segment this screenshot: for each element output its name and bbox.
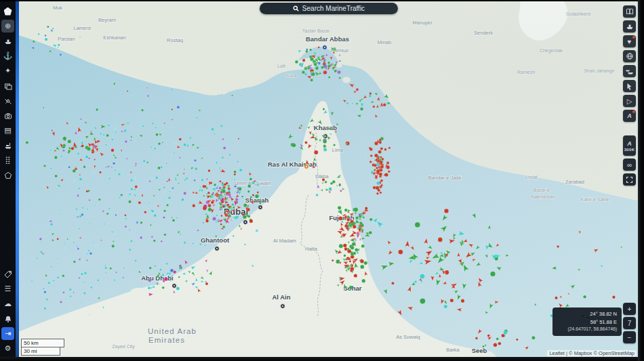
nav-notifications-bell-icon[interactable] bbox=[1, 312, 14, 325]
vessel-marker[interactable] bbox=[256, 230, 258, 232]
vessel-marker[interactable] bbox=[314, 63, 317, 66]
vessel-marker[interactable] bbox=[129, 249, 131, 251]
vessel-marker[interactable] bbox=[334, 144, 336, 146]
vessel-marker[interactable] bbox=[87, 147, 90, 150]
vessel-marker[interactable] bbox=[334, 66, 336, 68]
vessel-marker[interactable] bbox=[379, 161, 382, 164]
vessel-marker[interactable] bbox=[323, 62, 325, 65]
voyage-playback-button[interactable]: ▷ bbox=[623, 95, 636, 107]
vessel-marker[interactable] bbox=[380, 192, 382, 194]
vessel-marker[interactable] bbox=[162, 274, 164, 276]
vessel-marker[interactable] bbox=[369, 161, 372, 163]
vessel-marker[interactable] bbox=[388, 147, 390, 149]
vessel-marker[interactable] bbox=[156, 133, 159, 136]
vessel-marker[interactable] bbox=[353, 225, 356, 228]
vessel-marker[interactable] bbox=[251, 265, 254, 267]
vessel-marker[interactable] bbox=[103, 223, 106, 226]
vessel-marker[interactable] bbox=[203, 207, 207, 211]
vessel-marker[interactable] bbox=[361, 224, 363, 227]
vessel-marker[interactable] bbox=[118, 173, 120, 175]
vessel-marker[interactable] bbox=[205, 219, 208, 222]
nav-tags-icon[interactable] bbox=[1, 268, 14, 280]
vessel-marker[interactable] bbox=[210, 196, 212, 198]
vessel-marker[interactable] bbox=[163, 280, 165, 282]
vessel-marker[interactable] bbox=[130, 240, 132, 242]
vessel-marker[interactable] bbox=[438, 238, 443, 242]
vessel-marker[interactable] bbox=[201, 179, 203, 181]
vessel-marker[interactable] bbox=[374, 142, 378, 145]
vessel-marker[interactable] bbox=[153, 240, 155, 242]
vessel-marker[interactable] bbox=[189, 137, 191, 139]
vessel-marker[interactable] bbox=[415, 222, 420, 228]
vessel-marker[interactable] bbox=[220, 125, 222, 127]
vessel-marker[interactable] bbox=[350, 220, 354, 224]
vessel-marker[interactable] bbox=[115, 156, 117, 158]
vessel-marker[interactable] bbox=[73, 169, 76, 173]
vessel-marker[interactable] bbox=[192, 272, 194, 274]
vessel-marker[interactable] bbox=[43, 165, 45, 167]
vessel-marker[interactable] bbox=[234, 186, 236, 188]
vessel-marker[interactable] bbox=[85, 122, 86, 123]
vessel-marker[interactable] bbox=[350, 270, 353, 272]
vessel-marker[interactable] bbox=[179, 268, 181, 270]
vessel-marker[interactable] bbox=[158, 167, 161, 169]
vessel-marker[interactable] bbox=[59, 146, 60, 147]
vessel-marker[interactable] bbox=[244, 244, 245, 245]
vessel-marker[interactable] bbox=[555, 297, 557, 299]
vessel-marker[interactable] bbox=[216, 187, 218, 189]
vessel-marker[interactable] bbox=[174, 271, 176, 274]
vessel-marker[interactable] bbox=[339, 77, 341, 79]
vessel-marker[interactable] bbox=[249, 177, 252, 180]
vessel-marker[interactable] bbox=[179, 265, 182, 268]
vessel-marker[interactable] bbox=[326, 54, 328, 56]
vessel-marker[interactable] bbox=[304, 73, 307, 76]
vessel-marker[interactable] bbox=[388, 102, 390, 104]
vessel-marker[interactable] bbox=[60, 301, 62, 303]
vessel-marker[interactable] bbox=[241, 196, 243, 198]
vessel-marker[interactable] bbox=[213, 217, 216, 220]
vessel-marker[interactable] bbox=[350, 253, 354, 256]
marinetraffic-logo[interactable] bbox=[1, 5, 14, 18]
vessel-marker[interactable] bbox=[94, 159, 96, 161]
vessel-marker[interactable] bbox=[79, 177, 82, 180]
map-layers-button[interactable] bbox=[623, 5, 636, 18]
vessel-marker[interactable] bbox=[234, 173, 236, 175]
vessel-marker[interactable] bbox=[89, 199, 90, 200]
vessel-marker[interactable] bbox=[295, 60, 298, 64]
vessel-marker[interactable] bbox=[310, 58, 314, 61]
vessel-marker[interactable] bbox=[249, 219, 253, 223]
vessel-marker[interactable] bbox=[73, 261, 75, 263]
vessel-marker[interactable] bbox=[37, 258, 38, 259]
vessel-marker[interactable] bbox=[374, 164, 376, 167]
vessel-marker[interactable] bbox=[155, 266, 157, 268]
vessel-marker[interactable] bbox=[51, 266, 52, 268]
vessel-marker[interactable] bbox=[310, 79, 313, 81]
vessel-marker[interactable] bbox=[79, 188, 80, 189]
vessel-marker[interactable] bbox=[140, 221, 143, 224]
vessel-marker[interactable] bbox=[98, 280, 100, 282]
vessel-marker[interactable] bbox=[43, 107, 44, 108]
vessel-marker[interactable] bbox=[216, 236, 217, 237]
nav-satellite-icon[interactable] bbox=[1, 94, 14, 107]
vessel-marker[interactable] bbox=[73, 242, 75, 243]
vessel-marker[interactable] bbox=[81, 273, 83, 275]
vessel-marker[interactable] bbox=[54, 156, 57, 158]
vessel-marker[interactable] bbox=[321, 66, 323, 69]
vessel-marker[interactable] bbox=[360, 108, 363, 111]
vessel-marker[interactable] bbox=[502, 334, 505, 337]
vessel-marker[interactable] bbox=[220, 224, 222, 226]
vessel-marker[interactable] bbox=[325, 181, 327, 184]
vessel-marker[interactable] bbox=[55, 175, 58, 177]
vessel-marker[interactable] bbox=[195, 167, 197, 170]
vessel-marker[interactable] bbox=[328, 77, 330, 79]
vessel-marker[interactable] bbox=[292, 143, 296, 147]
search-bar[interactable]: Search MarineTraffic bbox=[260, 3, 398, 14]
vessel-marker[interactable] bbox=[169, 273, 171, 275]
nav-vessels-icon[interactable] bbox=[1, 35, 14, 47]
vessel-marker[interactable] bbox=[339, 244, 343, 248]
vessel-marker[interactable] bbox=[369, 218, 372, 221]
nav-data-services-icon[interactable]: ⣿ bbox=[1, 154, 14, 167]
vessel-marker[interactable] bbox=[420, 299, 425, 304]
vessel-marker[interactable] bbox=[67, 238, 68, 240]
vessel-marker[interactable] bbox=[87, 190, 89, 192]
